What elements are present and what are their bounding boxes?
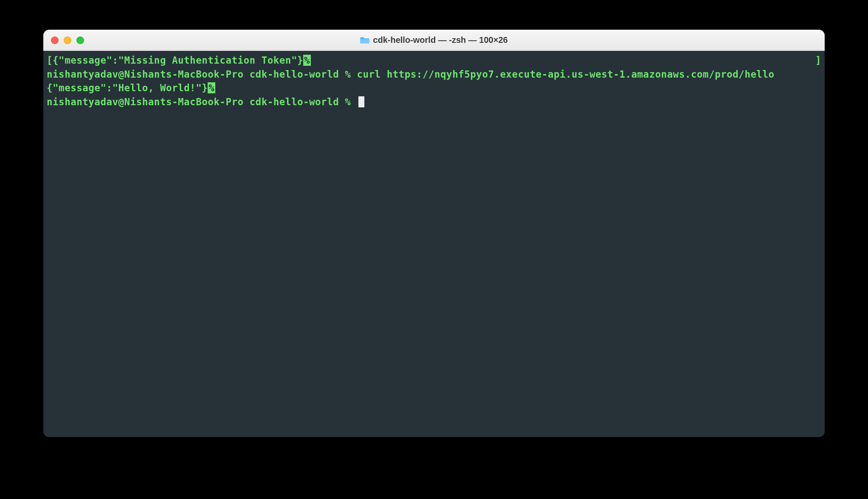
window-title-text: cdk-hello-world — -zsh — 100×26 — [373, 35, 507, 45]
minimize-icon[interactable] — [64, 36, 71, 44]
terminal-line: {"message":"Hello, World!"}% — [47, 81, 821, 95]
cursor-icon — [358, 96, 364, 107]
command-text: curl https://nqyhf5pyo7.execute-api.us-w… — [357, 69, 774, 80]
terminal-line: nishantyadav@Nishants-MacBook-Pro cdk-he… — [47, 95, 821, 109]
zoom-icon[interactable] — [76, 36, 84, 44]
eol-marker-icon: % — [303, 55, 311, 66]
titlebar: cdk-hello-world — -zsh — 100×26 — [43, 30, 825, 51]
prompt-text: nishantyadav@Nishants-MacBook-Pro cdk-he… — [47, 96, 357, 107]
prompt-text: nishantyadav@Nishants-MacBook-Pro cdk-he… — [47, 69, 357, 80]
traffic-lights — [51, 36, 84, 44]
folder-icon — [360, 36, 369, 44]
prompt-open-bracket: [ — [47, 55, 53, 66]
terminal-window: cdk-hello-world — -zsh — 100×26 [{"messa… — [43, 30, 825, 437]
eol-marker-icon: % — [208, 82, 215, 93]
close-icon[interactable] — [51, 36, 59, 44]
response-text: {"message":"Hello, World!"} — [47, 82, 208, 93]
terminal-line: [{"message":"Missing Authentication Toke… — [47, 53, 821, 67]
window-title: cdk-hello-world — -zsh — 100×26 — [43, 35, 825, 45]
terminal-line: nishantyadav@Nishants-MacBook-Pro cdk-he… — [47, 67, 821, 81]
prompt-close-bracket: ] — [815, 53, 821, 67]
response-text: {"message":"Missing Authentication Token… — [53, 55, 303, 66]
terminal-body[interactable]: [{"message":"Missing Authentication Toke… — [43, 51, 825, 437]
